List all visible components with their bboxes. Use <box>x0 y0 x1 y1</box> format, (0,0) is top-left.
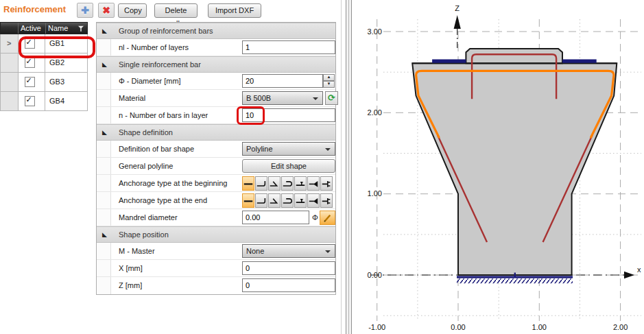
active-checkbox[interactable]: ✓ <box>25 77 35 87</box>
nl-input[interactable] <box>242 40 335 54</box>
n-bars-label: n - Number of bars in layer <box>119 111 208 119</box>
diameter-label: Φ - Diameter [mm] <box>119 77 181 85</box>
collapse-icon: ◣ <box>102 231 107 238</box>
anchorage-plate-icon[interactable] <box>320 176 333 191</box>
pencil-icon <box>322 213 333 223</box>
mandrel-label: Mandrel diameter <box>119 213 178 222</box>
x-input[interactable] <box>242 261 335 275</box>
import-dxf-button[interactable]: Import DXF <box>208 3 261 18</box>
mandrel-edit-button[interactable] <box>320 211 335 225</box>
collapse-icon: ◣ <box>102 27 107 34</box>
x-tick-label: 2.00 <box>613 323 628 331</box>
delete-button[interactable]: ✖ <box>98 3 115 18</box>
diameter-input[interactable] <box>242 74 323 88</box>
anchorage-hook-90-icon[interactable] <box>255 193 267 208</box>
x-label: X [mm] <box>119 264 143 272</box>
table-row-gb3[interactable]: ✓ GB3 <box>0 73 88 92</box>
anchorage-straight-icon[interactable] <box>242 176 254 191</box>
material-label: Material <box>119 94 145 102</box>
active-checkbox[interactable]: ✓ <box>25 38 35 49</box>
anchorage-plate-icon[interactable] <box>320 193 333 208</box>
property-panel: ◣ Group of reinforcement bars nl - Numbe… <box>96 22 336 295</box>
phi-unit-label: Φ <box>312 213 318 222</box>
x-axis-arrow-icon <box>624 272 634 278</box>
mandrel-input[interactable] <box>242 211 309 224</box>
name-column-header[interactable]: Name <box>46 23 77 34</box>
filter-icon[interactable] <box>77 23 87 34</box>
section-shape-position[interactable]: ◣ Shape position <box>97 226 335 243</box>
reinforcement-table: Active Name > ✓ GB1 ✓ GB2 ✓ GB3 ✓ GB4 <box>0 22 88 111</box>
bar-shape-label: Definition of bar shape <box>119 145 194 153</box>
material-refresh-button[interactable]: ⟳ <box>325 91 338 105</box>
anchorage-head-icon[interactable] <box>307 193 320 208</box>
master-select[interactable]: None <box>242 244 335 258</box>
row-name[interactable]: GB4 <box>45 92 87 110</box>
anchorage-head-icon[interactable] <box>307 176 320 191</box>
row-selector: > <box>1 34 19 53</box>
section-single-bar[interactable]: ◣ Single reinforcement bar <box>97 56 335 73</box>
table-row-gb2[interactable]: ✓ GB2 <box>0 53 88 73</box>
selector-column-header <box>1 23 19 34</box>
master-label: M - Master <box>119 247 155 255</box>
bearing-plate-right[interactable] <box>562 60 597 63</box>
cross-section-outline[interactable] <box>412 63 617 275</box>
spin-down-icon[interactable]: ▼ <box>323 81 335 88</box>
anchorage-hook-135-icon[interactable] <box>268 176 281 191</box>
diameter-stepper[interactable]: ▲ ▼ <box>323 74 335 88</box>
n-bars-input[interactable] <box>242 108 335 122</box>
anchorage-begin-options <box>242 176 333 191</box>
section-group-of-bars[interactable]: ◣ Group of reinforcement bars <box>97 23 335 39</box>
anchorage-hook-180-icon[interactable] <box>281 176 294 191</box>
anchorage-hook-180-icon[interactable] <box>281 193 294 208</box>
bearing-plate-left[interactable] <box>432 60 466 63</box>
active-checkbox[interactable]: ✓ <box>25 96 35 106</box>
page-title: Reinforcement <box>3 4 66 14</box>
table-header: Active Name <box>0 22 88 34</box>
anchorage-straight-icon[interactable] <box>242 193 254 208</box>
x-tick-label: 0.00 <box>451 323 465 331</box>
z-axis-label: Z <box>455 4 460 12</box>
anchorage-foot-icon[interactable] <box>294 193 307 208</box>
anchorage-hook-135-icon[interactable] <box>268 193 281 208</box>
nl-label: nl - Number of layers <box>119 43 189 51</box>
anchorage-end-label: Anchorage type at the end <box>119 196 207 204</box>
active-column-header: Active <box>19 23 46 34</box>
table-row-gb1[interactable]: > ✓ GB1 <box>0 34 88 53</box>
plinth-outline[interactable] <box>466 49 562 63</box>
collapse-icon: ◣ <box>102 129 107 136</box>
row-name[interactable]: GB2 <box>45 53 87 72</box>
x-tick-label: -1.00 <box>368 323 385 331</box>
refresh-icon: ⟳ <box>328 93 335 103</box>
add-button[interactable]: ✚ <box>77 3 93 18</box>
anchorage-begin-label: Anchorage type at the beginning <box>119 179 227 187</box>
reinforcement-editor: Reinforcement ✚ ✖ Copy Delete all Import… <box>0 0 644 334</box>
copy-button[interactable]: Copy <box>118 3 147 18</box>
z-axis-arrow-icon <box>454 15 461 29</box>
spin-up-icon[interactable]: ▲ <box>323 74 335 81</box>
section-shape-definition[interactable]: ◣ Shape definition <box>97 124 335 141</box>
x-axis-label: x <box>637 265 641 274</box>
edit-shape-button[interactable]: Edit shape <box>242 159 335 173</box>
z-label: Z [mm] <box>119 281 142 289</box>
active-checkbox[interactable]: ✓ <box>25 58 35 68</box>
anchorage-foot-icon[interactable] <box>294 176 307 191</box>
panel-divider <box>341 0 342 334</box>
material-select[interactable]: B 500B <box>242 91 323 105</box>
plus-icon: ✚ <box>81 5 89 16</box>
row-name[interactable]: GB3 <box>45 73 87 91</box>
table-row-gb4[interactable]: ✓ GB4 <box>0 92 88 111</box>
delete-all-button[interactable]: Delete all <box>154 3 198 18</box>
bar-shape-select[interactable]: Polyline <box>242 142 335 156</box>
collapse-icon: ◣ <box>102 61 107 68</box>
row-name[interactable]: GB1 <box>45 34 87 53</box>
x-tick-label: 1.00 <box>532 323 547 331</box>
z-tick-label: 2.00 <box>368 108 382 117</box>
section-drawing-canvas[interactable]: 3.00 2.00 1.00 0.00 -1.00 0.00 1.00 2.00… <box>352 0 644 334</box>
general-polyline-label: General polyline <box>119 162 174 170</box>
z-input[interactable] <box>242 278 335 292</box>
anchorage-hook-90-icon[interactable] <box>255 176 267 191</box>
splitter-handle[interactable] <box>346 0 352 334</box>
z-tick-label: 3.00 <box>368 27 382 36</box>
z-tick-label: 1.00 <box>368 189 382 198</box>
anchorage-end-options <box>242 193 333 208</box>
